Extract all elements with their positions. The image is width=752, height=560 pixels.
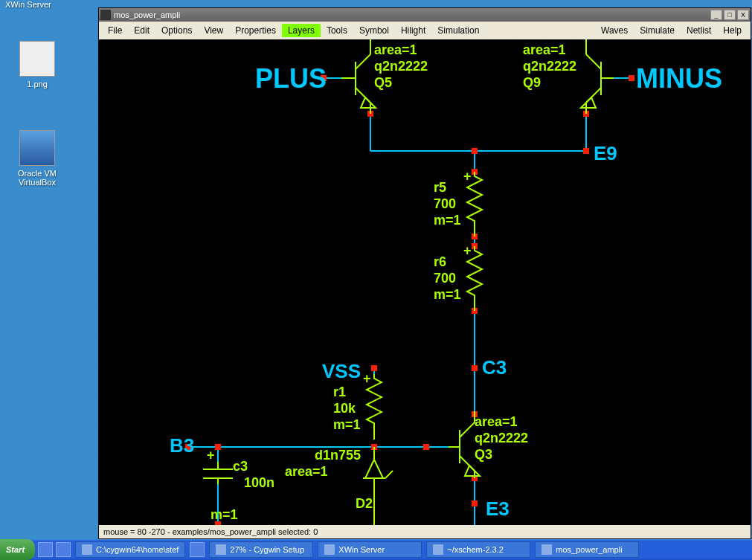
svg-text:area=1: area=1 [475, 414, 518, 429]
menu-options[interactable]: Options [155, 24, 198, 37]
svg-text:d1n755: d1n755 [315, 448, 361, 463]
task-mos-power-ampli[interactable]: mos_power_ampli [535, 541, 639, 558]
close-button[interactable]: X [737, 10, 749, 20]
app-icon [100, 10, 111, 20]
svg-text:Q9: Q9 [523, 75, 541, 90]
svg-text:+: + [207, 448, 215, 463]
svg-rect-29 [371, 365, 377, 371]
svg-text:r6: r6 [434, 254, 446, 269]
net-plus: PLUS [255, 63, 327, 94]
quicklaunch-ff-icon[interactable] [190, 542, 205, 557]
svg-text:+: + [463, 169, 472, 184]
svg-text:Q3: Q3 [475, 447, 492, 462]
statusbar: mouse = 80 -270 - examples/mos_power_amp… [99, 525, 751, 538]
svg-text:m=1: m=1 [211, 507, 238, 522]
task-xschem-dir[interactable]: ~/xschem-2.3.2 [426, 541, 530, 558]
svg-text:m=1: m=1 [333, 417, 361, 432]
menu-simulation[interactable]: Simulation [431, 24, 485, 37]
svg-text:m=1: m=1 [434, 213, 461, 228]
svg-text:+: + [363, 371, 371, 386]
desktop-icon-1png[interactable]: 1.png [7, 41, 67, 88]
setup-icon [216, 544, 226, 555]
schematic-svg: + + + + PLUS MINUS E9 VSS C3 B3 E3 area=… [99, 39, 751, 525]
menubar: File Edit Options View Properties Layers… [99, 22, 751, 39]
menu-symbol[interactable]: Symbol [353, 24, 395, 37]
menu-netlist[interactable]: Netlist [681, 24, 717, 37]
menu-layers[interactable]: Layers [282, 24, 321, 37]
svg-rect-31 [423, 444, 429, 450]
desktop-label: XWin Server [5, 0, 51, 9]
net-minus: MINUS [636, 63, 722, 94]
svg-text:area=1: area=1 [374, 42, 417, 57]
task-explorer[interactable]: C:\cygwin64\home\stef [75, 541, 185, 558]
svg-text:D2: D2 [356, 496, 373, 511]
svg-text:q2n2222: q2n2222 [523, 59, 576, 74]
app-icon [541, 544, 552, 555]
svg-text:100n: 100n [244, 475, 274, 490]
menu-tools[interactable]: Tools [321, 24, 353, 37]
menu-waves[interactable]: Waves [595, 24, 634, 37]
menu-hilight[interactable]: Hilight [395, 24, 431, 37]
folder-icon [82, 544, 92, 555]
net-e9: E9 [594, 142, 617, 164]
svg-rect-22 [583, 148, 589, 154]
svg-text:+: + [463, 243, 472, 258]
menu-edit[interactable]: Edit [128, 24, 155, 37]
task-cygwin-setup[interactable]: 27% - Cygwin Setup [209, 541, 313, 558]
menu-simulate[interactable]: Simulate [634, 24, 681, 37]
menu-help[interactable]: Help [717, 24, 748, 37]
svg-text:Q5: Q5 [374, 75, 392, 90]
x-icon [324, 544, 335, 555]
file-icon [19, 41, 55, 77]
menu-view[interactable]: View [198, 24, 229, 37]
window-title: mos_power_ampli [114, 10, 709, 19]
svg-rect-23 [472, 148, 478, 154]
svg-text:700: 700 [434, 271, 456, 286]
maximize-button[interactable]: □ [724, 10, 736, 20]
icon-label: 1.png [7, 80, 67, 88]
menu-file[interactable]: File [102, 24, 128, 37]
net-c3: C3 [482, 356, 507, 379]
svg-text:r1: r1 [333, 384, 346, 399]
net-b3: B3 [170, 434, 194, 457]
svg-rect-1 [99, 39, 751, 525]
net-vss: VSS [322, 360, 361, 382]
menu-properties[interactable]: Properties [229, 24, 282, 37]
terminal-icon [433, 544, 443, 555]
svg-text:m=1: m=1 [434, 287, 461, 302]
svg-text:r5: r5 [434, 180, 446, 195]
net-e3: E3 [486, 498, 510, 520]
vbox-icon [19, 130, 55, 166]
svg-text:c3: c3 [233, 459, 248, 474]
quicklaunch-ie-icon[interactable] [38, 542, 53, 557]
svg-rect-19 [629, 75, 634, 81]
taskbar: Start C:\cygwin64\home\stef 27% - Cygwin… [0, 539, 752, 560]
svg-rect-33 [215, 444, 221, 450]
schematic-canvas[interactable]: + + + + PLUS MINUS E9 VSS C3 B3 E3 area=… [99, 39, 751, 525]
svg-rect-28 [472, 365, 478, 371]
icon-label: Oracle VM VirtualBox [7, 169, 67, 187]
svg-rect-36 [472, 501, 478, 506]
svg-text:10k: 10k [333, 401, 356, 416]
svg-text:area=1: area=1 [523, 42, 566, 57]
minimize-button[interactable]: _ [710, 10, 722, 20]
svg-text:q2n2222: q2n2222 [475, 431, 528, 445]
svg-text:area=1: area=1 [285, 464, 328, 479]
desktop-icon-virtualbox[interactable]: Oracle VM VirtualBox [7, 130, 67, 187]
quicklaunch-explorer-icon[interactable] [56, 542, 71, 557]
svg-text:700: 700 [434, 196, 456, 211]
start-button[interactable]: Start [0, 539, 35, 560]
titlebar[interactable]: mos_power_ampli _ □ X [99, 8, 751, 22]
svg-text:q2n2222: q2n2222 [374, 59, 428, 74]
xschem-window: mos_power_ampli _ □ X File Edit Options … [98, 7, 751, 539]
status-text: mouse = 80 -270 - examples/mos_power_amp… [103, 527, 318, 536]
task-xwin[interactable]: XWin Server [318, 541, 422, 558]
